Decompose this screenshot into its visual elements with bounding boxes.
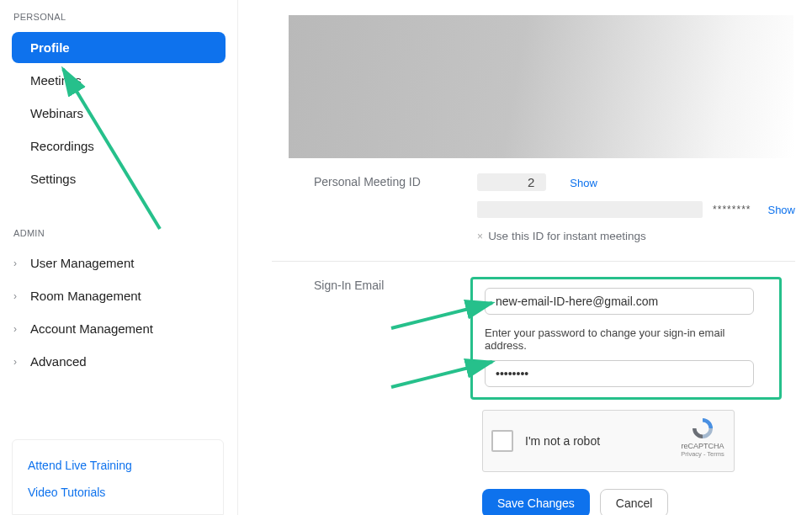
signin-email-label: Sign-In Email <box>314 277 482 292</box>
recaptcha-badge: reCAPTCHA Privacy - Terms <box>678 416 727 458</box>
pmi-url-dots: ******** <box>713 204 751 215</box>
pmi-url-masked <box>477 201 703 218</box>
recaptcha-checkbox[interactable] <box>491 430 513 452</box>
link-video-tutorials[interactable]: Video Tutorials <box>28 479 208 506</box>
sidebar-item-label: Settings <box>30 172 76 186</box>
sidebar-item-webinars[interactable]: Webinars <box>12 98 226 129</box>
sidebar-item-advanced[interactable]: › Advanced <box>0 345 237 378</box>
recaptcha-privacy-link[interactable]: Privacy - Terms <box>678 450 727 458</box>
recaptcha-name: reCAPTCHA <box>678 442 727 450</box>
recaptcha-icon <box>690 416 715 441</box>
sidebar-item-settings[interactable]: Settings <box>12 163 226 194</box>
signin-helper-text: Enter your password to change your sign-… <box>485 327 767 352</box>
sidebar-section-personal: PERSONAL <box>0 10 237 30</box>
signin-email-row: Sign-In Email Enter your password to cha… <box>314 277 795 515</box>
chevron-right-icon: › <box>13 323 24 335</box>
sidebar-section-admin: ADMIN <box>0 226 237 247</box>
sidebar-item-meetings[interactable]: Meetings <box>12 65 226 96</box>
sidebar-item-room-management[interactable]: › Room Management <box>0 279 237 312</box>
sidebar-item-label: Account Management <box>30 321 153 336</box>
sidebar-item-label: Meetings <box>30 73 82 88</box>
pmi-row: Personal Meeting ID 2 Show ******** Show… <box>314 173 795 242</box>
help-links-card: Attend Live Training Video Tutorials <box>12 439 224 515</box>
signin-email-input[interactable] <box>485 288 754 315</box>
signin-password-input[interactable] <box>485 360 754 387</box>
sidebar-item-recordings[interactable]: Recordings <box>12 130 226 162</box>
cancel-button[interactable]: Cancel <box>600 489 669 515</box>
save-changes-button[interactable]: Save Changes <box>482 489 590 515</box>
section-divider <box>272 261 795 262</box>
sidebar-item-label: Recordings <box>30 139 94 153</box>
signin-highlight-box: Enter your password to change your sign-… <box>470 277 782 400</box>
sidebar-item-account-management[interactable]: › Account Management <box>0 312 237 345</box>
main-content: Personal Meeting ID 2 Show ******** Show… <box>238 0 812 515</box>
chevron-right-icon: › <box>13 290 24 302</box>
pmi-show-link[interactable]: Show <box>570 177 597 189</box>
pmi-instant-text: Use this ID for instant meetings <box>488 230 646 242</box>
profile-hero-placeholder <box>289 15 793 158</box>
sidebar-item-label: User Management <box>30 256 134 270</box>
pmi-label: Personal Meeting ID <box>314 173 477 188</box>
chevron-right-icon: › <box>13 356 24 368</box>
recaptcha-widget: I'm not a robot reCAPTCHA Privacy - Term… <box>482 410 735 472</box>
recaptcha-label: I'm not a robot <box>525 434 600 448</box>
link-attend-live-training[interactable]: Attend Live Training <box>28 452 208 479</box>
sidebar-item-label: Room Management <box>30 289 141 303</box>
sidebar-item-profile[interactable]: Profile <box>12 32 226 63</box>
x-icon: × <box>477 231 483 242</box>
sidebar-item-label: Profile <box>30 40 70 55</box>
pmi-masked-value: 2 <box>477 173 546 191</box>
sidebar-item-label: Webinars <box>30 106 83 120</box>
sidebar-item-user-management[interactable]: › User Management <box>0 247 237 279</box>
chevron-right-icon: › <box>13 258 24 269</box>
pmi-url-show-link[interactable]: Show <box>767 204 795 216</box>
sidebar-item-label: Advanced <box>30 354 87 369</box>
sidebar: PERSONAL Profile Meetings Webinars Recor… <box>0 0 238 515</box>
